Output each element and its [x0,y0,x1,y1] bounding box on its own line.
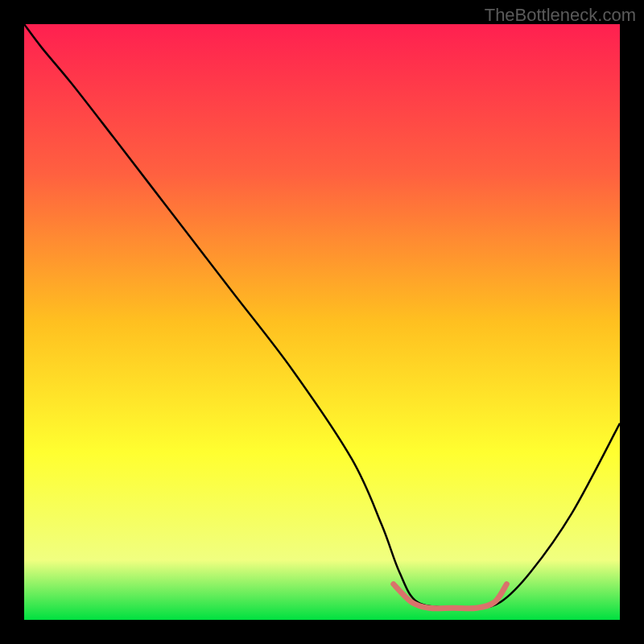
bottleneck-curve [24,24,620,609]
watermark-text: TheBottleneck.com [485,5,636,26]
chart-curves [24,24,620,620]
chart-plot-area [24,24,620,620]
